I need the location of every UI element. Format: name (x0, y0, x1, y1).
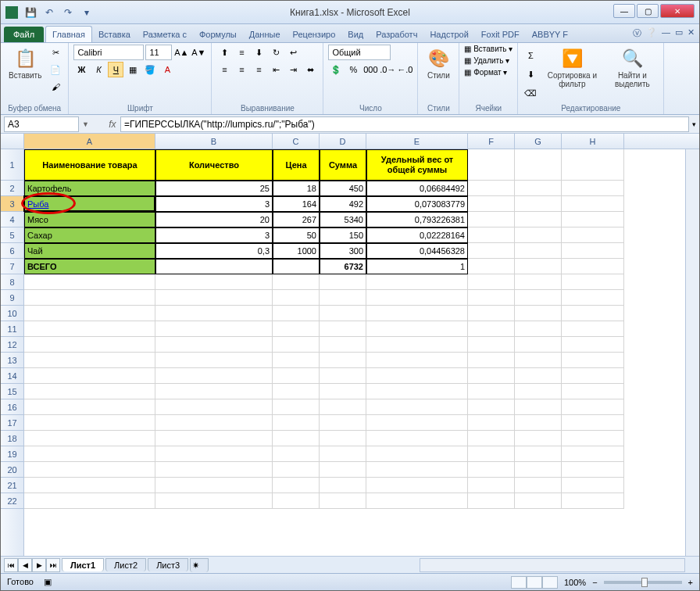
file-tab[interactable]: Файл (4, 27, 44, 42)
cell-share[interactable]: 0,02228164 (366, 227, 468, 243)
row-header-4[interactable]: 4 (1, 212, 23, 227)
align-top-button[interactable]: ⬆ (216, 45, 232, 60)
clear-button[interactable]: ⌫ (523, 85, 538, 101)
row-header-16[interactable]: 16 (1, 399, 23, 415)
sort-filter-button[interactable]: 🔽 Сортировка и фильтр (541, 45, 602, 90)
cell-qty[interactable]: 3 (155, 227, 273, 243)
dec-decimal-button[interactable]: ←.0 (397, 62, 412, 77)
row-header-22[interactable]: 22 (1, 493, 23, 509)
align-left-button[interactable]: ≡ (216, 62, 232, 77)
header-sum[interactable]: Сумма (320, 149, 366, 181)
row-header-8[interactable]: 8 (1, 274, 23, 290)
cut-button[interactable]: ✂ (48, 45, 63, 60)
cell-total-share[interactable]: 1 (366, 259, 468, 274)
format-cells-button[interactable]: ▦ Формат ▾ (464, 68, 507, 77)
row-header-6[interactable]: 6 (1, 243, 23, 259)
tab-foxit[interactable]: Foxit PDF (475, 27, 526, 42)
tab-layout[interactable]: Разметка с (137, 27, 193, 42)
cell-share[interactable]: 0,04456328 (366, 243, 468, 259)
help-icon[interactable]: ❔ (646, 27, 657, 39)
styles-button[interactable]: 🎨 Стили (423, 45, 454, 81)
cell-name[interactable]: Мясо (24, 212, 155, 227)
vertical-scrollbar[interactable] (685, 149, 699, 556)
row-header-20[interactable]: 20 (1, 462, 23, 478)
sheet-tab-3[interactable]: Лист3 (148, 558, 188, 571)
cell-price[interactable]: 18 (273, 181, 320, 196)
zoom-level[interactable]: 100% (564, 578, 586, 587)
delete-cells-button[interactable]: ▦ Удалить ▾ (464, 56, 509, 65)
col-header-g[interactable]: G (515, 134, 562, 149)
cell-qty[interactable]: 0,3 (155, 243, 273, 259)
tab-view[interactable]: Вид (341, 27, 370, 42)
normal-view-button[interactable] (511, 576, 527, 589)
tab-abbyy[interactable]: ABBYY F (526, 27, 574, 42)
row-header-9[interactable]: 9 (1, 290, 23, 306)
cell-name[interactable]: Картофель (24, 181, 155, 196)
currency-button[interactable]: 💲 (328, 62, 344, 77)
undo-button[interactable]: ↶ (41, 5, 57, 20)
find-select-button[interactable]: 🔍 Найти и выделить (605, 45, 659, 90)
row-header-19[interactable]: 19 (1, 446, 23, 462)
row-header-14[interactable]: 14 (1, 368, 23, 384)
format-painter-button[interactable]: 🖌 (48, 79, 63, 95)
zoom-in-button[interactable]: + (688, 578, 693, 587)
tab-insert[interactable]: Вставка (92, 27, 137, 42)
orientation-button[interactable]: ↻ (268, 45, 284, 60)
cell-share[interactable]: 0,793226381 (366, 212, 468, 227)
qat-custom-icon[interactable]: ▾ (79, 5, 95, 20)
indent-dec-button[interactable]: ⇤ (268, 62, 284, 77)
number-format-combo[interactable]: Общий (328, 45, 391, 60)
new-sheet-button[interactable]: ✷ (190, 558, 209, 572)
underline-button[interactable]: Ч (108, 62, 123, 77)
cell-name-link[interactable]: Рыба (24, 196, 155, 212)
row-header-21[interactable]: 21 (1, 478, 23, 493)
cell-sum[interactable]: 150 (320, 227, 366, 243)
cell-f1[interactable] (468, 149, 515, 181)
merge-button[interactable]: ⬌ (302, 62, 318, 77)
cell-name[interactable]: Сахар (24, 227, 155, 243)
doc-close-icon[interactable]: ✕ (688, 27, 695, 39)
header-share[interactable]: Удельный вес от общей суммы (366, 149, 468, 181)
save-button[interactable]: 💾 (23, 5, 38, 20)
cell-sum[interactable]: 450 (320, 181, 366, 196)
name-box-dropdown-icon[interactable]: ▼ (82, 120, 89, 128)
doc-restore-icon[interactable]: ▭ (675, 27, 683, 39)
align-center-button[interactable]: ≡ (234, 62, 249, 77)
horizontal-scrollbar[interactable] (420, 558, 685, 572)
last-sheet-button[interactable]: ⏭ (46, 558, 60, 572)
cell-qty[interactable]: 20 (155, 212, 273, 227)
worksheet-grid[interactable]: A B C D E F G H 1 2 3 4 5 6 7 8 9 10 11 … (1, 134, 699, 556)
cell-price[interactable]: 164 (273, 196, 320, 212)
prev-sheet-button[interactable]: ◀ (18, 558, 32, 572)
formula-input[interactable]: =ГИПЕРССЫЛКА("http://lumpics.ru/";"Рыба"… (120, 116, 689, 132)
cell-price[interactable]: 267 (273, 212, 320, 227)
formula-expand-icon[interactable]: ▾ (689, 120, 699, 128)
tab-addins[interactable]: Надстрой (423, 27, 474, 42)
sheet-tab-1[interactable]: Лист1 (62, 558, 104, 571)
macro-record-icon[interactable]: ▣ (44, 577, 52, 586)
cell-total-price[interactable] (273, 259, 320, 274)
cell-g1[interactable] (515, 149, 562, 181)
cell-sum[interactable]: 492 (320, 196, 366, 212)
col-header-e[interactable]: E (366, 134, 468, 149)
tab-developer[interactable]: Разработч (370, 27, 423, 42)
cell-total-label[interactable]: ВСЕГО (24, 259, 155, 274)
cell-price[interactable]: 1000 (273, 243, 320, 259)
maximize-button[interactable]: ▢ (637, 4, 659, 18)
fill-color-button[interactable]: 🪣 (142, 62, 158, 77)
minimize-button[interactable]: — (613, 4, 635, 18)
row-header-17[interactable]: 17 (1, 415, 23, 431)
fill-button[interactable]: ⬇ (523, 66, 538, 82)
italic-button[interactable]: К (91, 62, 106, 77)
page-break-view-button[interactable] (542, 576, 558, 589)
cell-sum[interactable]: 5340 (320, 212, 366, 227)
name-box[interactable]: A3 (4, 116, 79, 132)
row-header-7[interactable]: 7 (1, 259, 23, 274)
row-header-5[interactable]: 5 (1, 227, 23, 243)
border-button[interactable]: ▦ (125, 62, 141, 77)
row-header-12[interactable]: 12 (1, 337, 23, 353)
cells-area[interactable]: Наименование товара Количество Цена Сумм… (24, 149, 699, 556)
doc-min-icon[interactable]: — (662, 27, 670, 39)
row-header-11[interactable]: 11 (1, 321, 23, 337)
inc-decimal-button[interactable]: .0→ (380, 62, 395, 77)
